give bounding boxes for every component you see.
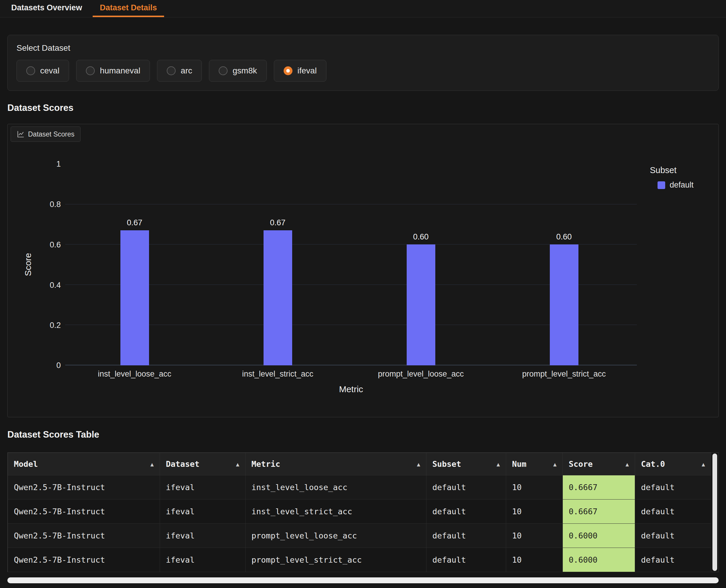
- sort-icon[interactable]: ▲: [497, 461, 500, 467]
- cell-metric: inst_level_loose_acc: [245, 475, 426, 500]
- column-header-metric[interactable]: Metric▲: [245, 453, 426, 475]
- bar-value-label: 0.67: [270, 218, 286, 227]
- table-row: Qwen2.5-7B-Instruct ifeval prompt_level_…: [8, 548, 711, 572]
- column-label: Subset: [432, 459, 461, 468]
- column-header-model[interactable]: Model▲: [8, 453, 160, 475]
- cell-model: Qwen2.5-7B-Instruct: [8, 548, 160, 572]
- line-chart-icon: [17, 130, 24, 138]
- cell-cat0: default: [635, 548, 711, 572]
- bar-group: 0.67: [111, 164, 158, 365]
- bar-group: 0.60: [540, 164, 588, 365]
- cell-model: Qwen2.5-7B-Instruct: [8, 500, 160, 524]
- tab-datasets-overview[interactable]: Datasets Overview: [4, 0, 89, 17]
- cell-dataset: ifeval: [160, 548, 245, 572]
- cell-score: 0.6000: [563, 524, 635, 548]
- bar-group: 0.60: [397, 164, 444, 365]
- sort-icon[interactable]: ▲: [236, 461, 239, 467]
- vertical-scrollbar-thumb[interactable]: [712, 454, 717, 571]
- chart-tab-dataset-scores[interactable]: Dataset Scores: [11, 126, 81, 142]
- cell-model: Qwen2.5-7B-Instruct: [8, 475, 160, 500]
- y-tick-label: 0.2: [37, 320, 61, 331]
- chart-legend: Subset default: [650, 165, 693, 190]
- chart-tab-label: Dataset Scores: [28, 130, 74, 138]
- sort-icon[interactable]: ▲: [702, 461, 705, 467]
- radio-icon: [86, 66, 95, 75]
- dataset-radio-group: ceval humaneval arc gsm8k ifeval: [17, 60, 709, 82]
- bar-value-label: 0.60: [413, 232, 429, 241]
- cell-model: Qwen2.5-7B-Instruct: [8, 524, 160, 548]
- bar-prompt-level-strict-acc: [550, 245, 579, 365]
- radio-label: humaneval: [100, 66, 140, 76]
- column-label: Model: [14, 459, 38, 468]
- sort-icon[interactable]: ▲: [150, 461, 154, 467]
- tab-dataset-details[interactable]: Dataset Details: [93, 0, 164, 17]
- dataset-scores-heading: Dataset Scores: [7, 103, 74, 113]
- horizontal-scrollbar[interactable]: [7, 578, 719, 583]
- column-header-score[interactable]: Score▲: [563, 453, 635, 475]
- cell-num: 10: [506, 500, 563, 524]
- legend-entry-label: default: [670, 181, 693, 190]
- cell-cat0: default: [635, 524, 711, 548]
- bar-inst-level-loose-acc: [120, 230, 149, 365]
- radio-label: arc: [181, 66, 192, 76]
- column-label: Score: [569, 459, 592, 468]
- cell-subset: default: [426, 500, 506, 524]
- y-tick-label: 0: [37, 360, 61, 371]
- x-category-label: prompt_level_strict_acc: [502, 370, 626, 379]
- scores-table: Model▲ Dataset▲ Metric▲ Subset▲ Num▲ Sco…: [7, 453, 719, 572]
- cell-dataset: ifeval: [160, 475, 245, 500]
- legend-title: Subset: [650, 165, 693, 175]
- x-category-label: inst_level_loose_acc: [73, 370, 197, 379]
- radio-option-gsm8k[interactable]: gsm8k: [209, 60, 266, 82]
- bar-value-label: 0.60: [556, 232, 572, 241]
- cell-num: 10: [506, 548, 563, 572]
- radio-option-ceval[interactable]: ceval: [17, 60, 69, 82]
- column-label: Cat.0: [641, 459, 665, 468]
- bar-value-label: 0.67: [127, 218, 143, 227]
- cell-score: 0.6000: [563, 548, 635, 572]
- radio-option-arc[interactable]: arc: [157, 60, 202, 82]
- y-tick-label: 0.4: [37, 280, 61, 291]
- column-header-subset[interactable]: Subset▲: [426, 453, 506, 475]
- cell-subset: default: [426, 475, 506, 500]
- cell-metric: inst_level_strict_acc: [245, 500, 426, 524]
- cell-metric: prompt_level_strict_acc: [245, 548, 426, 572]
- cell-metric: prompt_level_loose_acc: [245, 524, 426, 548]
- chart-panel: Dataset Scores 1 0.8 0.6 0.4 0.2 0 Score…: [7, 124, 719, 417]
- cell-cat0: default: [635, 500, 711, 524]
- radio-label: ceval: [40, 66, 59, 76]
- bar-prompt-level-loose-acc: [407, 245, 435, 365]
- radio-icon: [219, 66, 227, 75]
- radio-option-ifeval[interactable]: ifeval: [274, 60, 326, 82]
- dataset-scores-table-heading: Dataset Scores Table: [7, 429, 99, 440]
- y-tick-label: 0.6: [37, 239, 61, 250]
- select-dataset-title: Select Dataset: [17, 43, 709, 53]
- radio-label: gsm8k: [233, 66, 257, 76]
- x-category-label: prompt_level_loose_acc: [359, 370, 483, 379]
- bar-inst-level-strict-acc: [264, 230, 292, 365]
- plot-area: 0.67 0.67 0.60 0.60: [65, 164, 637, 365]
- table-row: Qwen2.5-7B-Instruct ifeval inst_level_lo…: [8, 475, 711, 500]
- table-header-row: Model▲ Dataset▲ Metric▲ Subset▲ Num▲ Sco…: [8, 453, 711, 475]
- column-label: Metric: [251, 459, 280, 468]
- vertical-scrollbar[interactable]: [711, 453, 718, 572]
- cell-score: 0.6667: [563, 475, 635, 500]
- column-header-dataset[interactable]: Dataset▲: [160, 453, 245, 475]
- x-category-label: inst_level_strict_acc: [216, 370, 340, 379]
- cell-subset: default: [426, 548, 506, 572]
- column-label: Dataset: [166, 459, 200, 468]
- radio-icon: [26, 66, 35, 75]
- column-header-num[interactable]: Num▲: [506, 453, 563, 475]
- y-tick-label: 0.8: [37, 199, 61, 210]
- cell-score: 0.6667: [563, 500, 635, 524]
- tab-bar: Datasets Overview Dataset Details: [0, 0, 726, 17]
- table-row: Qwen2.5-7B-Instruct ifeval prompt_level_…: [8, 524, 711, 548]
- column-header-cat0[interactable]: Cat.0▲: [635, 453, 711, 475]
- radio-icon: [167, 66, 176, 75]
- sort-icon[interactable]: ▲: [417, 461, 420, 467]
- radio-option-humaneval[interactable]: humaneval: [76, 60, 150, 82]
- legend-entry-default[interactable]: default: [658, 181, 693, 190]
- sort-icon[interactable]: ▲: [626, 461, 629, 467]
- cell-subset: default: [426, 524, 506, 548]
- sort-icon[interactable]: ▲: [553, 461, 557, 467]
